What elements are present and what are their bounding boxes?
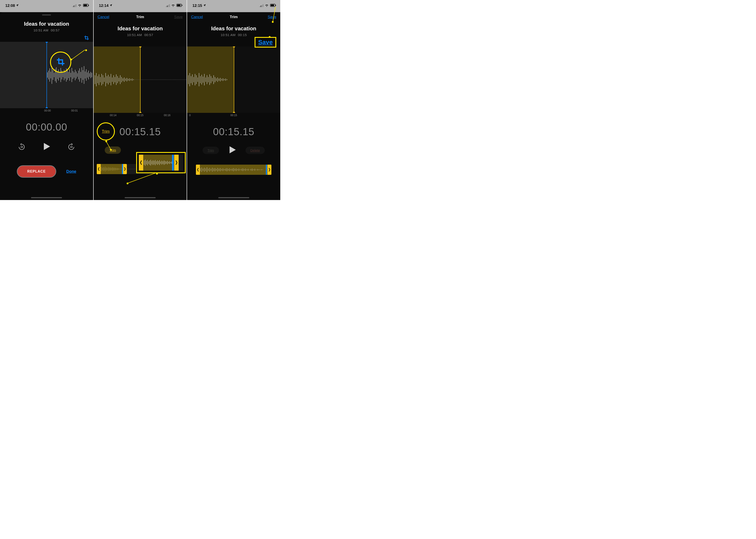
location-icon (109, 4, 113, 8)
battery-icon (176, 4, 183, 8)
wifi-icon (265, 4, 269, 8)
playback-sheet: Ideas for vacation 10:51 AM 00:57 (0, 12, 93, 200)
battery-icon (270, 4, 276, 8)
mini-waveform[interactable] (97, 164, 184, 174)
screen-3-save: 12:15 Cancel Trim Save Ideas for vacatio… (187, 0, 281, 200)
trim-navbar: Cancel Trim Save (187, 12, 280, 22)
recording-title: Ideas for vacation (187, 26, 280, 32)
status-bar: 12:14 (94, 0, 187, 12)
location-icon (203, 4, 206, 8)
replace-button[interactable]: REPLACE (17, 165, 56, 178)
current-time: 00:15.15 (94, 126, 187, 138)
svg-rect-46 (177, 4, 180, 6)
home-indicator[interactable] (31, 197, 62, 198)
recording-meta: 10:51 AM 00:15 (187, 33, 280, 37)
trim-navbar: Cancel Trim Save (94, 12, 187, 22)
play-button[interactable] (227, 145, 237, 156)
mini-trim-start-handle[interactable] (97, 164, 101, 174)
skip-back-button[interactable]: 15 (17, 142, 26, 151)
wifi-icon (171, 4, 175, 8)
screen-1-playback: 12:08 Ideas for vacation 10 (0, 0, 94, 200)
screen-2-trim: 12:14 Cancel Trim Save Ideas for vacatio… (94, 0, 187, 200)
nav-title: Trim (230, 15, 238, 19)
cellular-icon (166, 4, 170, 7)
waveform-area[interactable] (94, 46, 187, 113)
cancel-button[interactable]: Cancel (98, 15, 115, 19)
home-indicator[interactable] (125, 197, 156, 198)
save-button[interactable]: Save (259, 15, 276, 19)
cellular-icon (259, 4, 263, 7)
timeline-ruler: 00:14 00:15 00:16 (94, 113, 187, 119)
waveform-area[interactable] (187, 46, 280, 113)
trim-icon[interactable] (84, 35, 89, 41)
trim-end-handle[interactable] (234, 46, 234, 113)
done-button[interactable]: Done (66, 169, 76, 174)
sheet-grabber[interactable] (42, 14, 51, 16)
current-time: 00:00.00 (0, 121, 93, 133)
nav-title: Trim (136, 15, 144, 19)
recording-meta: 10:51 AM 00:57 (0, 28, 93, 32)
svg-rect-2 (88, 5, 89, 6)
save-button[interactable]: Save (165, 15, 183, 19)
callout-dot (105, 140, 107, 142)
timeline-ruler: 00:00 00:01 (0, 108, 93, 115)
cellular-icon (72, 4, 76, 7)
mini-playhead[interactable] (266, 165, 267, 175)
status-right (166, 4, 183, 8)
status-bar: 12:08 (0, 0, 93, 12)
mini-waveform[interactable] (196, 165, 271, 175)
svg-rect-132 (271, 4, 274, 6)
play-button[interactable] (42, 142, 51, 152)
wifi-icon (78, 4, 82, 8)
mini-trim-start-handle[interactable] (196, 165, 200, 175)
status-right (259, 4, 276, 8)
status-bar: 12:15 (187, 0, 280, 12)
recording-title: Ideas for vacation (94, 26, 187, 32)
svg-rect-133 (275, 5, 276, 6)
trim-end-handle[interactable] (140, 46, 140, 113)
delete-button-disabled: Delete (245, 147, 265, 154)
recording-meta: 10:51 AM 00:57 (94, 33, 187, 37)
transport-controls: 15 15 (0, 139, 93, 155)
trim-button[interactable]: Trim (105, 146, 121, 154)
svg-rect-47 (182, 5, 182, 6)
battery-icon (83, 4, 89, 8)
status-right (72, 4, 89, 8)
current-time: 00:15.15 (187, 126, 280, 138)
mini-playhead[interactable] (122, 164, 123, 174)
cancel-button[interactable]: Cancel (191, 15, 209, 19)
waveform-area[interactable] (0, 42, 93, 108)
status-time: 12:14 (99, 4, 109, 8)
recording-title: Ideas for vacation (0, 21, 93, 27)
skip-forward-button[interactable]: 15 (67, 142, 76, 151)
status-time: 12:15 (192, 4, 202, 8)
timeline-ruler: 0 00:15 (187, 113, 280, 119)
callout-dot (126, 183, 128, 184)
mini-trim-end-handle[interactable] (123, 164, 127, 174)
home-indicator[interactable] (218, 197, 249, 198)
location-icon (16, 4, 19, 8)
status-time: 12:08 (5, 4, 15, 8)
playhead[interactable] (46, 42, 47, 108)
svg-rect-1 (84, 4, 87, 6)
mini-trim-end-handle[interactable] (267, 165, 271, 175)
trim-button-disabled: Trim (203, 147, 219, 154)
